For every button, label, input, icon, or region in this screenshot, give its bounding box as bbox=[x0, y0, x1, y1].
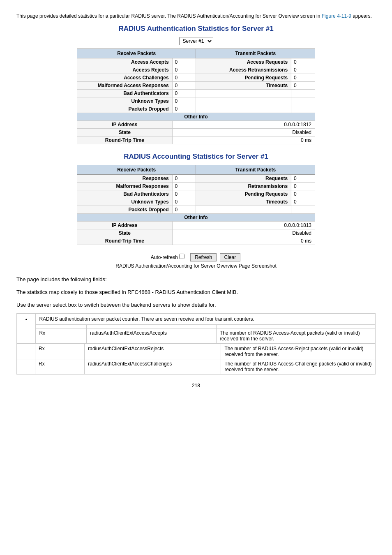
acct-section-title: RADIUS Accounting Statistics for Server … bbox=[16, 153, 376, 161]
row-label: Malformed Responses bbox=[77, 183, 173, 190]
type-cell-3: Rx bbox=[35, 359, 85, 375]
controls-row: Auto-refresh Refresh Clear bbox=[16, 253, 376, 261]
acct-receive-header: Receive Packets bbox=[77, 165, 196, 175]
auth-other-info-header: Other Info bbox=[77, 113, 315, 121]
table-row: Bad Authenticators 0 bbox=[77, 90, 315, 97]
auto-refresh-text: Auto-refresh bbox=[151, 254, 178, 260]
rtt-value: 0 ms bbox=[172, 136, 315, 144]
table-row: Responses 0 Requests 0 bbox=[77, 175, 315, 183]
table-row: • RADIUS authentication server packet co… bbox=[17, 314, 376, 325]
figure-link[interactable]: Figure 4-11-9 bbox=[322, 13, 351, 19]
state-label: State bbox=[77, 129, 173, 136]
server-select[interactable]: Server #1 bbox=[179, 37, 213, 45]
table-row: State Disabled bbox=[77, 229, 315, 237]
row-value: 0 bbox=[172, 175, 196, 183]
body-text-2: The statistics map closely to those spec… bbox=[16, 288, 376, 297]
acct-transmit-header: Transmit Packets bbox=[196, 165, 315, 175]
mib-cell-2: radiusAuthClientExtAccessRejects bbox=[85, 344, 221, 359]
clear-button[interactable]: Clear bbox=[220, 253, 241, 261]
detail-cell-2: The number of RADIUS Access-Reject packe… bbox=[221, 344, 376, 359]
acct-rtt-label: Round-Trip Time bbox=[77, 237, 173, 245]
row-label-tx: Retransmissions bbox=[196, 183, 291, 190]
table-row: Packets Dropped 0 bbox=[77, 206, 315, 214]
auth-transmit-header: Transmit Packets bbox=[196, 49, 315, 58]
auto-refresh-label[interactable]: Auto-refresh bbox=[151, 254, 187, 260]
row-value-tx: 0 bbox=[291, 82, 315, 90]
row-label: Bad Authenticators bbox=[77, 90, 173, 97]
row-value-tx: 0 bbox=[291, 175, 315, 183]
row-label-tx: Pending Requests bbox=[196, 190, 291, 198]
auth-stats-table: Receive Packets Transmit Packets Access … bbox=[77, 49, 315, 144]
row-value-tx: 0 bbox=[291, 74, 315, 82]
row-label-tx: Requests bbox=[196, 175, 291, 183]
row-label: Unknown Types bbox=[77, 97, 173, 105]
table-row: Rx radiusAuthClientExtAccessChallenges T… bbox=[17, 359, 376, 375]
intro-text-2: appears. bbox=[351, 13, 372, 19]
acct-other-info-header-row: Other Info bbox=[77, 214, 315, 222]
table-row: Access Rejects 0 Access Retransmissions … bbox=[77, 66, 315, 74]
row-label: Packets Dropped bbox=[77, 105, 173, 113]
table-row: Unknown Types 0 Timeouts 0 bbox=[77, 198, 315, 206]
fields-table: • RADIUS authentication server packet co… bbox=[16, 313, 376, 344]
row-label: Responses bbox=[77, 175, 173, 183]
acct-other-info-header: Other Info bbox=[77, 214, 315, 222]
table-row: Malformed Access Responses 0 Timeouts 0 bbox=[77, 82, 315, 90]
row-label: Malformed Access Responses bbox=[77, 82, 173, 90]
auto-refresh-checkbox[interactable] bbox=[179, 254, 184, 259]
table-row: Unknown Types 0 bbox=[77, 97, 315, 105]
bullet-cell: • bbox=[17, 314, 36, 344]
table-row: Round-Trip Time 0 ms bbox=[77, 136, 315, 144]
row-label-tx: Pending Requests bbox=[196, 74, 291, 82]
row-value: 0 bbox=[172, 105, 196, 113]
row-value-tx: 0 bbox=[291, 190, 315, 198]
intro-paragraph: This page provides detailed statistics f… bbox=[16, 12, 376, 20]
auth-other-info-header-row: Other Info bbox=[77, 113, 315, 121]
table-row: State Disabled bbox=[77, 129, 315, 136]
row-value: 0 bbox=[172, 183, 196, 190]
type-cell-2: Rx bbox=[35, 344, 85, 359]
rtt-label: Round-Trip Time bbox=[77, 136, 173, 144]
auth-receive-header: Receive Packets bbox=[77, 49, 196, 58]
table-row: Rx radiusAuthClientExtAccessRejects The … bbox=[17, 344, 376, 359]
row-label: Bad Authenticators bbox=[77, 190, 173, 198]
table-row: IP Address 0.0.0.0:1813 bbox=[77, 222, 315, 229]
mib-cell-1: radiusAuthClientExtAccessAccepts bbox=[87, 328, 217, 344]
row-label-tx: Access Requests bbox=[196, 58, 291, 66]
body-text-3: Use the server select box to switch betw… bbox=[16, 301, 376, 310]
row-value: 0 bbox=[172, 190, 196, 198]
row-value: 0 bbox=[172, 198, 196, 206]
row-value: 0 bbox=[172, 82, 196, 90]
acct-ip-label: IP Address bbox=[77, 222, 173, 229]
ip-address-label: IP Address bbox=[77, 121, 173, 129]
fields-table-2: Rx radiusAuthClientExtAccessRejects The … bbox=[16, 344, 376, 375]
row-label: Access Challenges bbox=[77, 74, 173, 82]
row-value-tx: 0 bbox=[291, 183, 315, 190]
body-text-1: The page includes the following fields: bbox=[16, 275, 376, 284]
table-row: IP Address 0.0.0.0:1812 bbox=[77, 121, 315, 129]
auth-section-title: RADIUS Authentication Statistics for Ser… bbox=[16, 25, 376, 33]
type-cell-1: Rx bbox=[36, 328, 87, 344]
row-label: Access Accepts bbox=[77, 58, 173, 66]
bullet-description: RADIUS authentication server packet coun… bbox=[36, 314, 376, 325]
server-select-row: Server #1 bbox=[16, 37, 376, 45]
table-row: Round-Trip Time 0 ms bbox=[77, 237, 315, 245]
table-row: Rx radiusAuthClientExtAccessAccepts The … bbox=[17, 328, 376, 344]
row-value: 0 bbox=[172, 58, 196, 66]
table-row: Malformed Responses 0 Retransmissions 0 bbox=[77, 183, 315, 190]
table-row bbox=[17, 325, 376, 328]
row-value: 0 bbox=[172, 206, 196, 214]
detail-cell-3: The number of RADIUS Access-Challenge pa… bbox=[221, 359, 376, 375]
table-row: Access Accepts 0 Access Requests 0 bbox=[77, 58, 315, 66]
row-value: 0 bbox=[172, 74, 196, 82]
acct-rtt-value: 0 ms bbox=[172, 237, 315, 245]
table-row: Packets Dropped 0 bbox=[77, 105, 315, 113]
state-value: Disabled bbox=[172, 129, 315, 136]
row-value: 0 bbox=[172, 97, 196, 105]
row-label: Access Rejects bbox=[77, 66, 173, 74]
row-label-tx: Timeouts bbox=[196, 82, 291, 90]
row-value: 0 bbox=[172, 66, 196, 74]
acct-stats-table: Receive Packets Transmit Packets Respons… bbox=[77, 165, 315, 245]
refresh-button[interactable]: Refresh bbox=[190, 253, 217, 261]
row-value: 0 bbox=[172, 90, 196, 97]
acct-state-label: State bbox=[77, 229, 173, 237]
